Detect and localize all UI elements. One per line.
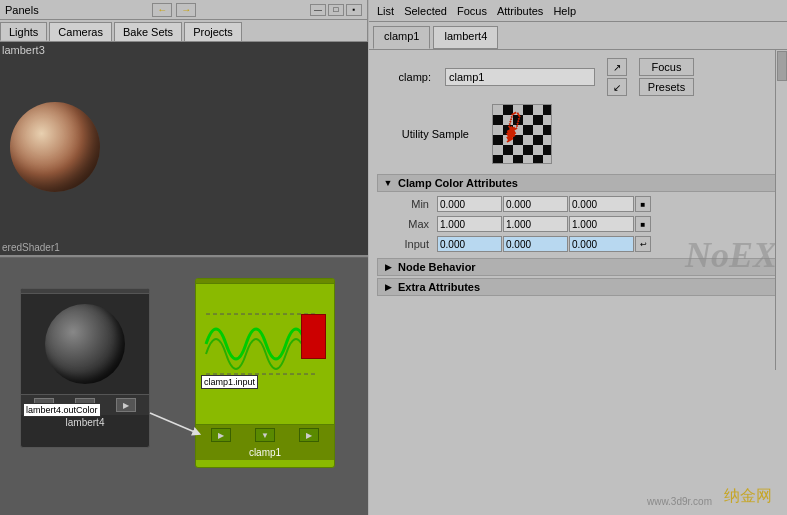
clamp-field-label: clamp:	[377, 71, 437, 83]
utility-thumbnail: 🖌	[492, 104, 552, 164]
attr-input-v3[interactable]	[569, 236, 634, 252]
upper-viewport-label: lambert3	[2, 44, 45, 56]
watermark-noex: NoEX	[685, 234, 777, 276]
menu-attributes[interactable]: Attributes	[497, 5, 543, 17]
attr-min-label: Min	[377, 198, 437, 210]
right-panel: List Selected Focus Attributes Help clam…	[369, 0, 787, 515]
presets-btn[interactable]: Presets	[639, 78, 694, 96]
tab-bake-sets[interactable]: Bake Sets	[114, 22, 182, 41]
clamp-color-title: Clamp Color Attributes	[398, 177, 518, 189]
svg-line-2	[150, 413, 197, 433]
node-right-btn[interactable]: ▶	[116, 398, 136, 412]
site-url: www.3d9r.com	[647, 496, 712, 507]
menu-help[interactable]: Help	[553, 5, 576, 17]
node-behavior-title: Node Behavior	[398, 261, 476, 273]
tab-cameras[interactable]: Cameras	[49, 22, 112, 41]
node-behavior-arrow: ▶	[382, 261, 394, 273]
clamp-play-btn[interactable]: ▶	[211, 428, 231, 442]
attr-max-color[interactable]: ■	[635, 216, 651, 232]
attr-input-label: Input	[377, 238, 437, 250]
port-out-label: lambert4.outColor	[23, 403, 101, 417]
node-clamp1: clamp1.input ▶ ▼ ▶ clamp1	[195, 278, 335, 468]
attr-input-v1[interactable]	[437, 236, 502, 252]
node-clamp1-footer: ▶ ▼ ▶	[196, 424, 334, 445]
clamp-red-rect	[301, 314, 326, 359]
tab-lambert4[interactable]: lambert4	[433, 26, 498, 49]
menu-focus[interactable]: Focus	[457, 5, 487, 17]
arrow-right-btn[interactable]: →	[176, 3, 196, 17]
clamp-down-btn[interactable]: ▼	[255, 428, 275, 442]
node-editor: lambert4.outColor ▶ ▼ ▶ lambert4	[0, 258, 368, 515]
utility-sample-row: Utility Sample 🖌	[377, 104, 779, 164]
node-lambert4-label: lambert4	[21, 415, 149, 430]
attr-editor-body: clamp: ↗ ↙ Focus Presets Utility Sample …	[369, 50, 787, 306]
clamp-right-btn[interactable]: ▶	[299, 428, 319, 442]
extra-attributes-header[interactable]: ▶ Extra Attributes	[377, 278, 779, 296]
extra-attributes-arrow: ▶	[382, 281, 394, 293]
attr-row-min: Min ■	[377, 194, 779, 214]
attr-input-color[interactable]: ↩	[635, 236, 651, 252]
panel-nav-arrows: ← →	[152, 3, 196, 17]
tab-clamp1[interactable]: clamp1	[373, 26, 430, 49]
right-scroll-thumb[interactable]	[777, 51, 787, 81]
node-lambert4: lambert4.outColor ▶ ▼ ▶ lambert4	[20, 288, 150, 448]
attr-min-v2[interactable]	[503, 196, 568, 212]
attr-row-max: Max ■	[377, 214, 779, 234]
attr-input-v2[interactable]	[503, 236, 568, 252]
attr-min-v1[interactable]	[437, 196, 502, 212]
attr-max-v2[interactable]	[503, 216, 568, 232]
clamp-color-section-header[interactable]: ▼ Clamp Color Attributes	[377, 174, 779, 192]
left-panel: Panels ← → — □ ▪ Lights Cameras Bake Set…	[0, 0, 368, 515]
chinese-watermark: 纳金网	[724, 486, 772, 507]
tab-projects[interactable]: Projects	[184, 22, 242, 41]
clamp-icon-btn-1[interactable]: ↗	[607, 58, 627, 76]
node-lambert4-header	[21, 289, 149, 294]
clamp-icon-btn-2[interactable]: ↙	[607, 78, 627, 96]
restore-btn[interactable]: □	[328, 4, 344, 16]
arrow-left-btn[interactable]: ←	[152, 3, 172, 17]
maximize-btn[interactable]: ▪	[346, 4, 362, 16]
clamp-name-row: clamp: ↗ ↙ Focus Presets	[377, 58, 779, 96]
node-sphere-preview	[45, 304, 125, 384]
panel-title: Panels	[5, 4, 39, 16]
menu-selected[interactable]: Selected	[404, 5, 447, 17]
focus-btn[interactable]: Focus	[639, 58, 694, 76]
panel-controls: — □ ▪	[310, 4, 362, 16]
node-clamp1-label: clamp1	[196, 445, 334, 460]
lower-shader-label: eredShader1	[2, 242, 60, 253]
menu-list[interactable]: List	[377, 5, 394, 17]
noex-text: NoEX	[685, 234, 777, 276]
minimize-btn[interactable]: —	[310, 4, 326, 16]
sphere-preview	[10, 102, 100, 192]
section-arrow-down: ▼	[382, 177, 394, 189]
port-in-label: clamp1.input	[201, 375, 258, 389]
upper-viewport: lambert3 eredShader1	[0, 42, 368, 257]
utility-sample-label: Utility Sample	[377, 128, 477, 140]
attr-max-v1[interactable]	[437, 216, 502, 232]
attr-min-color[interactable]: ■	[635, 196, 651, 212]
clamp-name-input[interactable]	[445, 68, 595, 86]
clamp-icon-group: ↗ ↙	[607, 58, 627, 96]
right-scrollbar[interactable]	[775, 50, 787, 370]
clamp-action-btns: Focus Presets	[639, 58, 694, 96]
panel-titlebar: Panels ← → — □ ▪	[0, 0, 367, 20]
attr-max-label: Max	[377, 218, 437, 230]
attr-max-v3[interactable]	[569, 216, 634, 232]
attr-min-v3[interactable]	[569, 196, 634, 212]
extra-attributes-title: Extra Attributes	[398, 281, 480, 293]
node-clamp1-body: clamp1.input	[196, 284, 334, 424]
right-menubar: List Selected Focus Attributes Help	[369, 0, 787, 22]
left-tabs-row: Lights Cameras Bake Sets Projects	[0, 20, 367, 42]
right-tabs: clamp1 lambert4	[369, 22, 787, 50]
tab-lights[interactable]: Lights	[0, 22, 47, 41]
